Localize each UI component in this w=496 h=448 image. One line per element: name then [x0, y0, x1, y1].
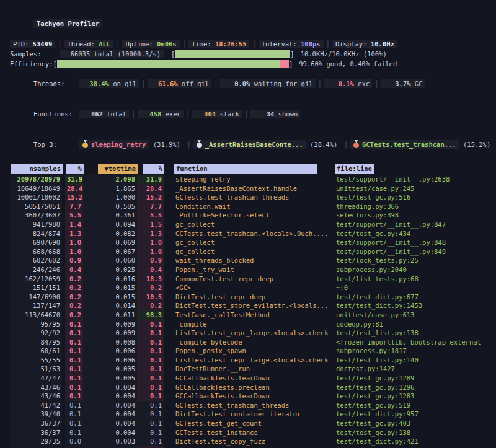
table-row[interactable]: 668/6681.00.0671.0gc_collecttest/support…	[10, 247, 486, 257]
table-row[interactable]: 43/460.10.0040.1GCCallbackTests.tearDown…	[10, 392, 486, 401]
cell-cumulative-pct: 0.1	[137, 346, 164, 356]
table-row[interactable]: 39/400.10.0040.1DictTest.test_container_…	[10, 410, 486, 419]
table-row[interactable]: 29/350.00.0030.1DictTest.test_copy_fuzzt…	[10, 437, 486, 446]
column-header-direct-pct[interactable]: %	[66, 164, 84, 174]
status-item-uptime: Uptime: 0m06s	[122, 40, 179, 48]
table-row[interactable]: 824/8741.30.0821.3GCTests.test_trashcan.…	[10, 229, 486, 239]
cell-function-name: gc_collect	[174, 238, 334, 247]
cell-function-name: GCCallbackTests.tearDown	[174, 374, 334, 383]
cell-cumulative-pct: 7.7	[137, 202, 164, 211]
status-item-value: 0m06s	[157, 40, 177, 48]
table-row[interactable]: 18649/1864928.41.86528.4_AssertRaisesBas…	[10, 184, 486, 193]
table-row[interactable]: 95/950.10.0090.1_compilecodeop.py:81	[10, 320, 486, 329]
column-header-nsamples[interactable]: nsamples	[11, 164, 63, 174]
table-row[interactable]: 36/370.10.0040.1GCTests.test_get_countte…	[10, 419, 486, 428]
cell-tottime: 0.008	[83, 338, 137, 347]
table-row[interactable]: 51/630.10.0050.1DocTestRunner.__rundocte…	[10, 364, 486, 374]
cell-nsamples: 29/35	[10, 437, 62, 446]
cell-file-line: selectors.py:398	[334, 211, 486, 220]
cell-file-line: test/support/__init__.py:2638	[334, 175, 486, 184]
table-row[interactable]: 10001/1000215.21.00015.2GCTests.test_tra…	[10, 193, 486, 202]
cell-tottime: 0.505	[83, 202, 137, 211]
table-row[interactable]: 41/420.10.0040.1GCTests.test_trashcan_th…	[10, 401, 486, 410]
cell-cumulative-pct: 5.5	[137, 211, 164, 220]
table-header: nsamples % ▼tottime % function file:line	[10, 164, 486, 174]
cell-nsamples: 95/95	[10, 320, 62, 329]
table-row[interactable]: 690/6901.00.0691.0gc_collecttest/support…	[10, 238, 486, 247]
column-header-file-line[interactable]: file:line	[335, 164, 374, 174]
cell-file-line: test/list_tests.py:68	[334, 275, 486, 284]
table-row-selected[interactable]: 20978/2097931.92.09831.9sleeping_retryte…	[10, 175, 486, 184]
gold-medal-icon	[82, 140, 88, 148]
table-row[interactable]: 151/1510.20.0150.2<GC>~:0	[10, 283, 486, 292]
cell-direct-pct: 1.0	[65, 247, 83, 257]
threads-segment: 3.7% GC	[381, 79, 425, 88]
cell-cumulative-pct: 0.1	[137, 401, 164, 410]
cell-tottime: 0.011	[83, 310, 137, 320]
table-row[interactable]: 60/610.10.0060.1Popen._posix_spawnsubpro…	[10, 346, 486, 356]
cell-direct-pct: 0.1	[65, 383, 83, 392]
table-row[interactable]: 113/646700.20.01198.3TestCase._callTestM…	[10, 310, 486, 320]
cell-file-line: test/lock_tests.py:25	[334, 256, 486, 265]
cell-cumulative-pct: 31.9	[137, 175, 164, 184]
top3-percentage: (31.9%)	[149, 141, 184, 148]
table-row[interactable]: 3607/36075.50.3615.5_PollLikeSelector.se…	[10, 211, 486, 220]
threads-value: 0.1%	[327, 79, 354, 89]
table-row[interactable]: 162/120590.20.01618.3CommonTest.test_rep…	[10, 275, 486, 284]
cell-cumulative-pct: 1.0	[137, 238, 164, 247]
cell-function-name: DictTest.test_store_evilattr.<locals...	[174, 301, 334, 310]
cell-function-name: gc_collect	[174, 247, 334, 257]
cell-nsamples: 92/92	[10, 328, 62, 338]
column-header-cumulative-pct[interactable]: %	[143, 164, 164, 174]
cell-cumulative-pct: 98.3	[137, 310, 164, 320]
cell-file-line: test/test_gc.py:403	[334, 419, 486, 428]
cell-tottime: 0.025	[83, 265, 137, 275]
column-header-function[interactable]: function	[174, 164, 317, 174]
functions-value: 862	[82, 109, 103, 119]
top3-line: Top 3:sleeping_retry (31.9%) │_AssertRai…	[10, 129, 486, 159]
cell-file-line: <frozen importlib._bootstrap_external	[334, 338, 486, 347]
table-row[interactable]: 43/460.10.0040.1GCCallbackTests.preclean…	[10, 383, 486, 392]
table-row[interactable]: 36/370.10.0040.1GCTests.test_instancetes…	[10, 428, 486, 437]
cell-file-line: test/test_gc.py:519	[334, 401, 486, 410]
cell-file-line: test/test_dict.py:957	[334, 410, 486, 419]
cell-function-name: GCTests.test_instance	[174, 428, 334, 437]
table-row[interactable]: 246/2460.40.0250.4Popen._try_waitsubproc…	[10, 265, 486, 275]
table-row[interactable]: 137/1470.20.0140.2DictTest.test_store_ev…	[10, 301, 486, 310]
cell-function-name: Condition.wait	[174, 202, 334, 211]
column-header-tottime-sorted[interactable]: ▼tottime	[98, 164, 138, 174]
table-row[interactable]: 55/550.10.0060.1ListTest.test_repr_large…	[10, 356, 486, 365]
cell-direct-pct: 5.5	[65, 211, 83, 220]
table-row[interactable]: 147/69000.20.01510.5DictTest.test_repr_d…	[10, 292, 486, 302]
cell-function-name: sleeping_retry	[174, 175, 334, 184]
cell-function-name: _compile_bytecode	[174, 338, 334, 347]
cell-file-line: test/test_dict.py:677	[334, 292, 486, 302]
cell-direct-pct: 15.2	[65, 193, 83, 202]
cell-file-line: test/test_gc.py:434	[334, 229, 486, 239]
functions-value: 458	[140, 109, 161, 119]
cell-tottime: 0.004	[83, 428, 137, 437]
cell-nsamples: 246/246	[10, 265, 62, 275]
table-row[interactable]: 602/6020.90.0600.9wait_threads_blockedte…	[10, 256, 486, 265]
cell-file-line: test/test_dict.py:421	[334, 437, 486, 446]
cell-file-line: test/test_dict.py:1453	[334, 301, 486, 310]
table-row[interactable]: 47/470.10.0050.1GCCallbackTests.tearDown…	[10, 374, 486, 383]
cell-cumulative-pct: 0.1	[137, 437, 164, 446]
table-row[interactable]: 5051/50517.70.5057.7Condition.waitthread…	[10, 202, 486, 211]
cell-file-line: test/test_list.py:138	[334, 328, 486, 338]
table-row[interactable]: 941/9801.40.0941.5gc_collecttest/support…	[10, 220, 486, 229]
table-row[interactable]: 84/950.10.0080.1_compile_bytecode<frozen…	[10, 338, 486, 347]
cell-nsamples: 43/46	[10, 392, 62, 401]
cell-cumulative-pct: 18.3	[137, 275, 164, 284]
cell-cumulative-pct: 1.5	[137, 220, 164, 229]
efficiency-progress-bar	[57, 60, 289, 68]
top3-percentage: (15.2%)	[459, 141, 495, 148]
cell-direct-pct: 1.3	[65, 229, 83, 239]
threads-separator: │	[139, 80, 148, 87]
cell-function-name: TestCase._callTestMethod	[174, 310, 334, 320]
table-row[interactable]: 92/920.10.0090.1ListTest.test_repr_large…	[10, 328, 486, 338]
cell-nsamples: 51/63	[10, 364, 62, 374]
samples-rate: 10.0KHz/10.0KHz (100%)	[301, 50, 387, 58]
cell-cumulative-pct: 15.2	[137, 193, 164, 202]
cell-function-name: DictTest.test_container_iterator	[174, 410, 334, 419]
